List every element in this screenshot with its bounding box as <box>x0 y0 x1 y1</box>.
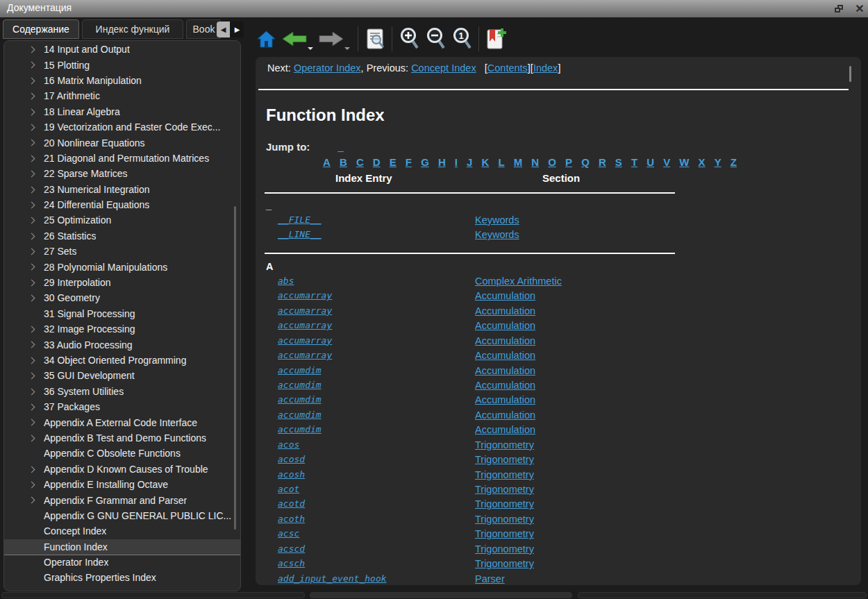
section-link[interactable]: Accumulation <box>475 290 535 301</box>
tree-item[interactable]: 31 Signal Processing <box>4 306 240 321</box>
jump-letter-D[interactable]: D <box>373 156 381 168</box>
function-link[interactable]: accumarray <box>278 290 475 301</box>
chevron-right-icon[interactable] <box>28 341 35 348</box>
jump-letter-H[interactable]: H <box>438 156 446 168</box>
tree-item[interactable]: Appendix E Installing Octave <box>4 477 240 492</box>
nav-link[interactable]: Index <box>533 62 558 74</box>
chevron-right-icon[interactable] <box>28 466 35 473</box>
function-link[interactable]: accumarray <box>278 350 475 360</box>
tree-item[interactable]: 15 Plotting <box>4 57 240 72</box>
tree-item[interactable]: 18 Linear Algebra <box>4 104 240 119</box>
chevron-right-icon[interactable] <box>28 77 35 84</box>
sidebar-vertical-scrollbar[interactable] <box>234 206 236 530</box>
chevron-right-icon[interactable] <box>28 62 35 69</box>
tab-scroll-left-button[interactable]: ◀ <box>217 22 230 37</box>
function-link[interactable]: acsc <box>278 528 475 539</box>
section-link[interactable]: Accumulation <box>475 394 535 405</box>
tree-item[interactable]: 17 Arithmetic <box>4 88 240 103</box>
section-link[interactable]: Accumulation <box>475 350 535 361</box>
tab-scroll-right-button[interactable]: ▶ <box>231 22 244 37</box>
jump-letter-A[interactable]: A <box>323 156 331 168</box>
function-link[interactable]: accumdim <box>278 394 475 405</box>
tree-item[interactable]: Appendix G GNU GENERAL PUBLIC LIC... <box>4 508 240 523</box>
forward-dropdown-caret-icon[interactable] <box>344 47 350 50</box>
jump-letter-I[interactable]: I <box>455 156 458 168</box>
tree-item[interactable]: 20 Nonlinear Equations <box>4 135 240 150</box>
section-link[interactable]: Accumulation <box>475 424 535 435</box>
function-link[interactable]: __LINE__ <box>278 229 475 239</box>
chevron-right-icon[interactable] <box>28 357 35 364</box>
function-link[interactable]: acsch <box>278 558 475 568</box>
section-link[interactable]: Complex Arithmetic <box>475 276 562 287</box>
section-link[interactable]: Trigonometry <box>475 454 534 465</box>
tab-contents[interactable]: Содержание <box>3 19 79 39</box>
tree-item[interactable]: 24 Differential Equations <box>4 197 240 212</box>
tree-item[interactable]: Appendix F Grammar and Parser <box>4 492 240 507</box>
chevron-right-icon[interactable] <box>28 201 35 208</box>
function-link[interactable]: abs <box>278 276 475 286</box>
zoom-out-button[interactable] <box>425 27 446 51</box>
tree-item[interactable]: 16 Matrix Manipulation <box>4 73 240 88</box>
tree-item[interactable]: Appendix B Test and Demo Functions <box>4 430 240 446</box>
function-link[interactable]: acosh <box>278 469 475 480</box>
chevron-right-icon[interactable] <box>28 326 35 333</box>
tree-item[interactable]: 19 Vectorization and Faster Code Exec... <box>4 119 240 135</box>
nav-link[interactable]: Contents <box>487 62 528 74</box>
jump-letter-M[interactable]: M <box>514 156 523 168</box>
section-link[interactable]: Trigonometry <box>475 439 534 450</box>
function-link[interactable]: acotd <box>278 498 475 509</box>
function-link[interactable]: accumarray <box>278 305 475 316</box>
section-link[interactable]: Trigonometry <box>475 514 534 525</box>
scrollbar-thumb[interactable] <box>310 592 572 598</box>
chevron-right-icon[interactable] <box>28 404 35 411</box>
nav-link[interactable]: Concept Index <box>411 62 476 74</box>
tree-item[interactable]: 30 Geometry <box>4 290 240 305</box>
function-link[interactable]: accumdim <box>278 365 475 376</box>
function-link[interactable]: acosd <box>278 454 475 464</box>
tree-item[interactable]: 27 Sets <box>4 244 240 259</box>
jump-letter-G[interactable]: G <box>421 156 429 168</box>
tree-item[interactable]: 32 Image Processing <box>4 321 240 337</box>
jump-letter-U[interactable]: U <box>646 156 654 168</box>
tree-item[interactable]: 33 Audio Processing <box>4 337 240 352</box>
jump-letter-P[interactable]: P <box>565 156 572 168</box>
chevron-right-icon[interactable] <box>28 419 35 426</box>
chevron-right-icon[interactable] <box>28 155 35 162</box>
function-link[interactable]: accumdim <box>278 410 475 420</box>
jump-letter-J[interactable]: J <box>467 156 472 168</box>
chevron-right-icon[interactable] <box>28 47 35 53</box>
jump-letter-O[interactable]: O <box>548 156 556 168</box>
function-link[interactable]: acot <box>278 484 475 494</box>
back-dropdown-caret-icon[interactable] <box>308 47 313 50</box>
section-link[interactable]: Trigonometry <box>475 498 534 509</box>
chevron-right-icon[interactable] <box>28 124 35 131</box>
home-button[interactable] <box>257 30 276 49</box>
titlebar[interactable]: Документация ✕ <box>0 0 868 17</box>
zoom-original-button[interactable]: 1 <box>451 27 472 51</box>
tree-item[interactable]: Function Index <box>4 539 240 555</box>
section-link[interactable]: Keywords <box>475 214 519 226</box>
section-link[interactable]: Accumulation <box>475 305 535 317</box>
chevron-right-icon[interactable] <box>28 497 35 504</box>
tree-item[interactable]: 35 GUI Development <box>4 368 240 383</box>
tree-item[interactable]: Operator Index <box>4 555 240 570</box>
nav-link[interactable]: Operator Index <box>294 62 361 74</box>
jump-letter-R[interactable]: R <box>599 156 606 168</box>
tab-function-index[interactable]: Индекс функций <box>82 19 183 39</box>
tree-item[interactable]: Concept Index <box>4 523 240 539</box>
chevron-right-icon[interactable] <box>28 186 35 193</box>
chevron-right-icon[interactable] <box>28 248 35 255</box>
tree-item[interactable]: Appendix C Obsolete Functions <box>4 446 240 461</box>
chevron-right-icon[interactable] <box>28 217 35 224</box>
tree-item[interactable]: 29 Interpolation <box>4 275 240 290</box>
zoom-in-button[interactable] <box>399 27 419 51</box>
chevron-right-icon[interactable] <box>28 481 35 488</box>
jump-letter-Y[interactable]: Y <box>715 156 721 168</box>
section-link[interactable]: Accumulation <box>475 320 535 331</box>
tree-item[interactable]: 14 Input and Output <box>4 42 240 57</box>
jump-letter-N[interactable]: N <box>531 156 539 168</box>
tree-item[interactable]: Appendix A External Code Interface <box>4 414 240 430</box>
tree-item[interactable]: 22 Sparse Matrices <box>4 166 240 181</box>
jump-letter-X[interactable]: X <box>699 156 706 168</box>
tab-book[interactable]: Book <box>186 19 221 39</box>
